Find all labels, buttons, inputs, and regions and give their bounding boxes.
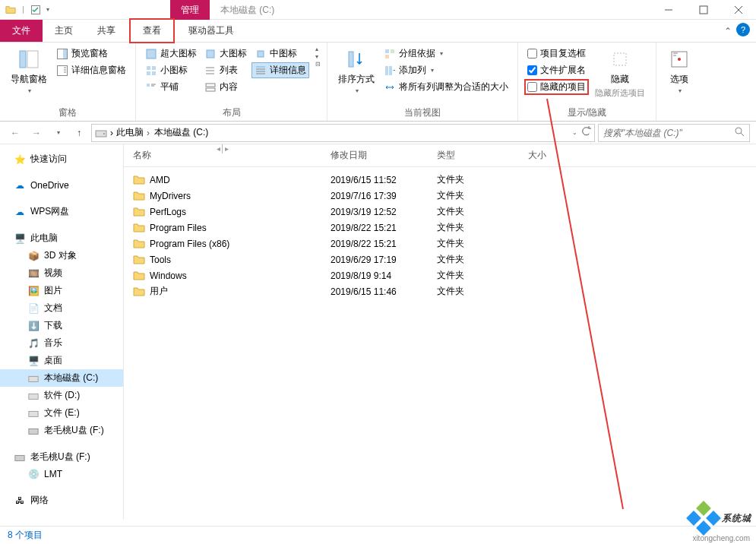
sort-by-button[interactable]: 排序方式 ▾ <box>334 46 379 96</box>
table-row[interactable]: 用户2019/6/15 11:46文件夹 <box>124 283 756 299</box>
ribbon-tabs: 文件 主页 共享 查看 驱动器工具 ⌃ ? <box>0 20 756 43</box>
chevron-right-icon[interactable]: › <box>110 128 113 138</box>
svg-point-44 <box>735 128 742 134</box>
tab-share[interactable]: 共享 <box>85 20 128 42</box>
up-button[interactable]: ↑ <box>70 124 88 142</box>
nav-network[interactable]: 🖧网络 <box>0 492 123 509</box>
context-tab-manage[interactable]: 管理 <box>170 0 210 20</box>
nav-drive-d[interactable]: 软件 (D:) <box>0 387 123 404</box>
nav-3d-objects[interactable]: 📦3D 对象 <box>0 247 123 264</box>
nav-videos[interactable]: 🎞️视频 <box>0 264 123 282</box>
options-button[interactable]: 选项 ▾ <box>663 46 696 96</box>
forward-button[interactable]: → <box>27 124 46 142</box>
svg-rect-13 <box>147 49 156 59</box>
nav-pictures[interactable]: 🖼️图片 <box>0 282 123 299</box>
nav-downloads[interactable]: ⬇️下载 <box>0 317 123 334</box>
layout-list[interactable]: 列表 <box>201 62 250 78</box>
hide-icon <box>608 47 632 71</box>
table-row[interactable]: MyDrivers2019/7/16 17:39文件夹 <box>124 188 756 204</box>
col-header-date[interactable]: 修改日期 <box>331 149 437 162</box>
size-columns-button[interactable]: 将所有列调整为合适的大小 <box>381 79 511 95</box>
preview-pane-button[interactable]: 预览窗格 <box>53 46 129 62</box>
nav-pane-button[interactable]: 导航窗格 ▾ <box>6 46 52 96</box>
col-header-name[interactable]: 名称 <box>133 149 331 162</box>
group-by-button[interactable]: 分组依据▾ <box>381 46 511 62</box>
back-button[interactable]: ← <box>6 124 24 142</box>
table-row[interactable]: AMD2019/6/15 11:52文件夹 <box>124 172 756 188</box>
file-date: 2019/6/29 17:19 <box>331 255 437 265</box>
table-row[interactable]: Program Files2019/8/22 15:21文件夹 <box>124 220 756 236</box>
nav-drive-f2[interactable]: 老毛桃U盘 (F:) <box>0 448 123 466</box>
add-columns-button[interactable]: +添加列▾ <box>381 62 511 78</box>
folder-icon[interactable] <box>5 4 17 16</box>
breadcrumb-drive[interactable]: 本地磁盘 (C:) <box>154 126 208 139</box>
expand-icon[interactable]: ⊟ <box>315 61 321 68</box>
sort-icon <box>344 47 369 71</box>
layout-l-icons[interactable]: 大图标 <box>201 46 250 62</box>
breadcrumb-pc[interactable]: 此电脑› <box>116 126 151 139</box>
nav-drive-c[interactable]: 本地磁盘 (C:) <box>0 369 123 387</box>
scroll-down-icon[interactable]: ▾ <box>315 53 321 60</box>
maximize-button[interactable] <box>686 0 721 20</box>
search-box[interactable] <box>598 124 750 142</box>
nav-drive-e[interactable]: 文件 (E:) <box>0 404 123 422</box>
file-extensions-toggle[interactable]: 文件扩展名 <box>524 62 589 78</box>
ribbon-group-show-hide: 项目复选框 文件扩展名 隐藏的项目 隐藏 隐藏所选项目 显示/隐藏 <box>518 43 656 121</box>
refresh-button[interactable] <box>580 126 591 139</box>
file-name: AMD <box>150 175 170 185</box>
layout-details[interactable]: 详细信息 <box>251 62 309 78</box>
col-header-size[interactable]: 大小 <box>528 149 747 162</box>
svg-rect-47 <box>29 394 38 399</box>
col-header-type[interactable]: 类型 <box>437 149 528 162</box>
item-checkboxes-toggle[interactable]: 项目复选框 <box>524 46 589 62</box>
splitter-handle-icon[interactable]: ◂│▸ <box>217 144 229 153</box>
item-count: 8 个项目 <box>8 529 43 542</box>
nav-music[interactable]: 🎵音乐 <box>0 334 123 352</box>
svg-point-41 <box>678 58 681 61</box>
table-row[interactable]: Program Files (x86)2019/8/22 15:21文件夹 <box>124 236 756 251</box>
layout-s-icons[interactable]: 小图标 <box>142 62 200 78</box>
search-input[interactable] <box>603 128 734 138</box>
help-button[interactable]: ? <box>736 23 750 36</box>
address-dropdown-icon[interactable]: ⌄ <box>572 129 577 136</box>
table-row[interactable]: Windows2019/8/19 9:14文件夹 <box>124 267 756 283</box>
group-label-panes: 窗格 <box>6 105 129 119</box>
tab-home[interactable]: 主页 <box>43 20 85 42</box>
hidden-items-toggle[interactable]: 隐藏的项目 <box>524 79 589 95</box>
layout-xl-icons[interactable]: 超大图标 <box>142 46 200 62</box>
checkbox-icon[interactable] <box>30 4 42 16</box>
close-button[interactable] <box>721 0 756 20</box>
layout-m-icons[interactable]: 中图标 <box>251 46 309 62</box>
collapse-ribbon-icon[interactable]: ⌃ <box>724 26 732 36</box>
nav-wps[interactable]: ☁WPS网盘 <box>0 203 123 220</box>
layout-tiles[interactable]: 平铺 <box>142 79 200 95</box>
layout-content[interactable]: 内容 <box>201 79 250 95</box>
breadcrumb-bar[interactable]: › 此电脑› 本地磁盘 (C:) ⌄ <box>91 124 595 142</box>
search-icon[interactable] <box>734 126 745 139</box>
svg-rect-2 <box>700 6 707 14</box>
nav-lmt[interactable]: 💿LMT <box>0 466 123 482</box>
tab-view[interactable]: 查看 <box>129 18 175 43</box>
chevron-down-icon[interactable]: │ <box>21 6 25 13</box>
hide-selected-button[interactable]: 隐藏 隐藏所选项目 <box>590 46 650 100</box>
nav-this-pc[interactable]: 🖥️此电脑 <box>0 229 123 247</box>
file-date: 2019/3/19 12:52 <box>331 207 437 217</box>
history-button[interactable]: ▾ <box>49 124 67 142</box>
minimize-button[interactable] <box>651 0 686 20</box>
nav-documents[interactable]: 📄文档 <box>0 299 123 317</box>
table-row[interactable]: Tools2019/6/29 17:19文件夹 <box>124 251 756 267</box>
tab-drive-tools[interactable]: 驱动器工具 <box>176 20 246 42</box>
file-name: Windows <box>150 270 187 281</box>
nav-desktop[interactable]: 🖥️桌面 <box>0 352 123 369</box>
details-pane-button[interactable]: 详细信息窗格 <box>53 62 129 78</box>
nav-drive-f[interactable]: 老毛桃U盘 (F:) <box>0 422 123 439</box>
qat-customize-icon[interactable]: ▾ <box>46 6 49 13</box>
scroll-up-icon[interactable]: ▴ <box>315 46 321 52</box>
nav-onedrive[interactable]: ☁OneDrive <box>0 177 123 194</box>
table-row[interactable]: PerfLogs2019/3/19 12:52文件夹 <box>124 204 756 220</box>
preview-pane-icon <box>56 48 68 60</box>
svg-rect-9 <box>58 65 68 75</box>
chevron-right-icon[interactable]: › <box>145 128 151 138</box>
nav-quick-access[interactable]: ⭐快速访问 <box>0 150 123 168</box>
tab-file[interactable]: 文件 <box>0 20 43 42</box>
